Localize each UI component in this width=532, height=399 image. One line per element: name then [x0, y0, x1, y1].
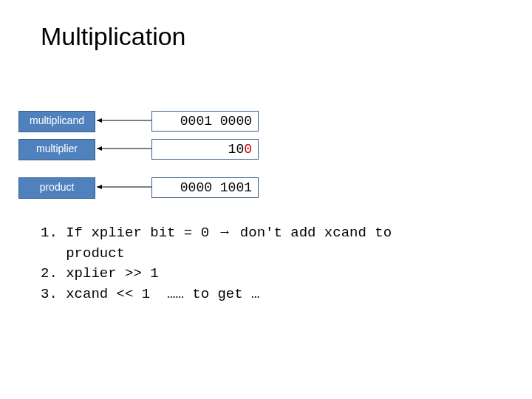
multiplier-active-bit: 0 [244, 142, 252, 157]
value-multiplicand: 0001 0000 [151, 111, 259, 132]
value-multiplier: 100 [151, 139, 259, 160]
step-2: 2. xplier >> 1 [41, 265, 159, 282]
algorithm-steps: 1. If xplier bit = 0 → don't add xcand t… [41, 222, 491, 304]
arrow-icon: → [217, 222, 231, 242]
value-product: 0000 1001 [151, 177, 259, 198]
step-1b: don't add xcand to [231, 225, 392, 241]
slide-title: Multiplication [41, 22, 186, 51]
step-1c: product [41, 245, 125, 262]
step-3: 3. xcand << 1 …… to get … [41, 286, 259, 302]
label-product: product [18, 177, 95, 199]
step-1a: 1. If xplier bit = 0 [41, 225, 217, 241]
multiplier-prefix: 10 [228, 142, 245, 157]
connector-arrows [0, 0, 532, 399]
label-multiplier: multiplier [18, 139, 95, 160]
label-multiplicand: multiplicand [18, 111, 95, 132]
